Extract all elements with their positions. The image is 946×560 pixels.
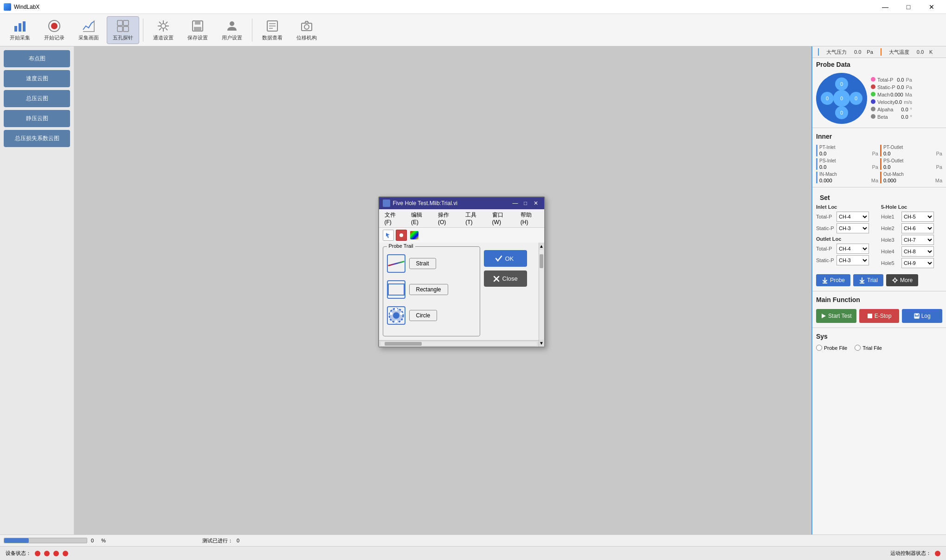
sidebar-btn-static-pressure[interactable]: 静压云图 <box>4 110 70 127</box>
progress-bar <box>4 538 87 543</box>
svg-point-9 <box>161 24 166 28</box>
dialog-colors-tool[interactable] <box>409 230 420 241</box>
svg-rect-8 <box>123 26 129 32</box>
dialog-menu-tools[interactable]: 工具(T) <box>463 210 484 226</box>
dialog-hscrollbar[interactable] <box>379 340 539 347</box>
inner-grid: PT-Inlet 0.0 Pa PS-Inlet 0.0 Pa <box>812 143 946 185</box>
sidebar-btn-velocity[interactable]: 速度云图 <box>4 70 70 87</box>
probe-file-radio[interactable] <box>816 345 822 351</box>
estop-button[interactable]: E-Stop <box>859 309 900 323</box>
strait-button[interactable]: Strait <box>409 258 436 269</box>
trial-file-item: Trial File <box>855 345 882 351</box>
dialog-body: Probe Trail Strait <box>379 243 544 347</box>
set-hole3-select[interactable]: CH-7 <box>901 235 934 245</box>
app-title: WindLabX <box>14 4 39 10</box>
toolbar-data-check[interactable]: 数据查看 <box>256 16 289 44</box>
beta-color-dot <box>871 114 875 119</box>
trial-button[interactable]: Trial <box>853 274 883 286</box>
set-hole2-select[interactable]: CH-6 <box>901 223 934 233</box>
set-outlet-staticp-select[interactable]: CH-3 <box>837 255 869 265</box>
set-inlet-staticp-select[interactable]: CH-3 <box>837 223 869 233</box>
maximize-button[interactable]: □ <box>898 0 919 14</box>
log-save-icon <box>914 313 920 319</box>
toolbar-collect-map[interactable]: 采集画面 <box>72 16 105 44</box>
svg-marker-28 <box>386 233 390 238</box>
svg-point-29 <box>399 233 403 237</box>
more-button[interactable]: More <box>886 274 918 286</box>
probe-metric-mach: Mach 0.000 Ma <box>871 91 912 98</box>
toolbar-five-probe[interactable]: 五孔探针 <box>107 16 139 44</box>
toolbar-position-mech-label: 位移机构 <box>296 34 317 41</box>
dialog-menu-help[interactable]: 帮助(H) <box>519 210 541 226</box>
close-button[interactable]: ✕ <box>921 0 942 14</box>
atm-temp-indicator <box>881 48 882 56</box>
dialog-menu-operate[interactable]: 操作(O) <box>436 210 458 226</box>
vscroll-up-btn[interactable]: ▲ <box>539 243 544 250</box>
dialog-menu-edit[interactable]: 编辑(E) <box>409 210 431 226</box>
inner-ps-outlet: PS-Outlet 0.0 Pa <box>880 158 942 170</box>
circle-button[interactable]: Circle <box>409 310 438 321</box>
probe-button[interactable]: Probe <box>816 274 850 286</box>
trail-item-strait: Strait <box>387 254 476 273</box>
toolbar-position-mech[interactable]: 位移机构 <box>290 16 323 44</box>
dialog-menubar: 文件(F) 编辑(E) 操作(O) 工具(T) 窗口(W) 帮助(H) <box>379 209 544 228</box>
dialog-arrow-tool[interactable] <box>383 230 394 241</box>
probe-visual-area: 0 0 0 0 0 Total-P 0.0 Pa Static-P <box>816 73 942 124</box>
data-check-icon <box>265 19 280 33</box>
svg-point-41 <box>894 279 896 282</box>
dialog-menu-file[interactable]: 文件(F) <box>383 210 404 226</box>
set-inlet-totalp-select[interactable]: CH-4 <box>837 212 869 222</box>
atm-temp-label: 大气温度 <box>889 49 909 56</box>
totalp-color-dot <box>871 77 875 82</box>
footer-left: 设备状态： <box>6 550 68 557</box>
record-circle-icon <box>47 19 62 33</box>
set-hole5-row: Hole5 CH-9 <box>881 258 942 268</box>
hscroll-thumb[interactable] <box>385 342 422 346</box>
log-button[interactable]: Log <box>902 309 942 323</box>
probe-hole-top: 0 <box>835 77 848 90</box>
set-hole5-select[interactable]: CH-9 <box>901 258 934 268</box>
vscroll-down-btn[interactable]: ▼ <box>539 340 544 347</box>
set-outlet-totalp-row: Total-P CH-4 <box>816 244 877 254</box>
trail-item-circle: Circle <box>387 306 476 325</box>
progress-fill <box>4 538 29 543</box>
set-hole1-select[interactable]: CH-5 <box>901 212 934 222</box>
atm-bar: 大气压力 0.0 Pa 大气温度 0.0 K <box>812 46 946 58</box>
trial-file-radio[interactable] <box>855 345 861 351</box>
sidebar-btn-loss-coef[interactable]: 总压损失系数云图 <box>4 130 70 147</box>
dialog-close-btn[interactable]: ✕ <box>531 199 541 207</box>
dialog-menu-window[interactable]: 窗口(W) <box>490 210 513 226</box>
dialog-minimize-btn[interactable]: — <box>511 199 520 207</box>
toolbar-save-set[interactable]: 保存设置 <box>181 16 214 44</box>
play-icon <box>821 313 826 319</box>
probe-hole-bottom: 0 <box>835 106 848 119</box>
svg-line-15 <box>166 28 167 30</box>
probe-metric-velocity: Velocity 0.0 m/s <box>871 98 912 106</box>
dialog-stop-tool[interactable] <box>396 230 407 241</box>
svg-point-33 <box>395 308 398 311</box>
set-hole1-row: Hole1 CH-5 <box>881 212 942 222</box>
toolbar-user-set[interactable]: 用户设置 <box>216 16 248 44</box>
toolbar-start-collect[interactable]: 开始采集 <box>4 16 36 44</box>
sidebar-btn-total-pressure[interactable]: 总压云图 <box>4 90 70 107</box>
set-outlet-totalp-select[interactable]: CH-4 <box>837 244 869 254</box>
main-layout: 布点图 速度云图 总压云图 静压云图 总压损失系数云图 Five Hole Te… <box>0 46 946 534</box>
minimize-button[interactable]: — <box>875 0 896 14</box>
colors-palette-icon <box>410 231 418 239</box>
alpaha-color-dot <box>871 107 875 111</box>
dialog-close-button[interactable]: Close <box>484 270 527 287</box>
action-buttons-area: Probe Trial More <box>812 271 946 289</box>
start-test-button[interactable]: Start Test <box>816 309 856 323</box>
sidebar-btn-layout[interactable]: 布点图 <box>4 50 70 67</box>
dialog-maximize-btn[interactable]: □ <box>521 199 530 207</box>
rectangle-button[interactable]: Rectangle <box>409 284 448 295</box>
toolbar-start-record[interactable]: 开始记录 <box>38 16 71 44</box>
dialog-vscrollbar[interactable]: ▲ ▼ <box>539 243 544 347</box>
toolbar-channel-set[interactable]: 通道设置 <box>147 16 180 44</box>
svg-rect-50 <box>915 316 919 318</box>
vscroll-thumb[interactable] <box>540 254 543 268</box>
dialog-ok-button[interactable]: OK <box>484 250 527 267</box>
strait-preview-icon <box>387 254 405 273</box>
svg-rect-0 <box>14 26 17 32</box>
set-hole4-select[interactable]: CH-8 <box>901 246 934 257</box>
